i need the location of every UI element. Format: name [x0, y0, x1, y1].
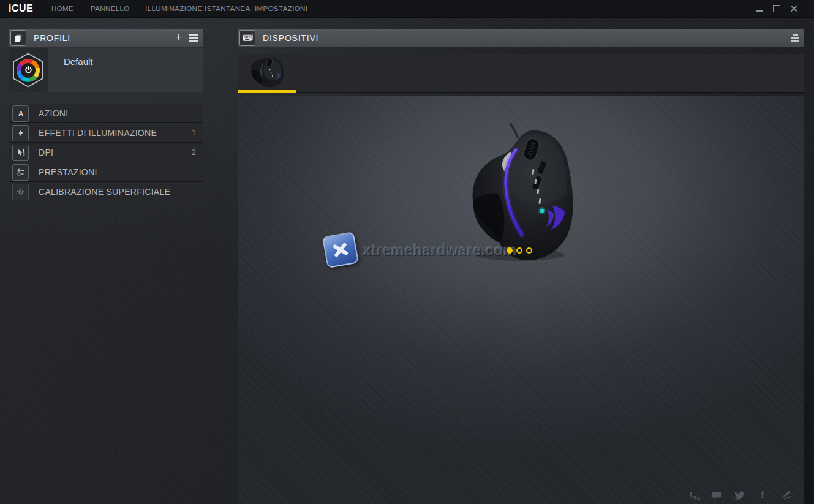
phone-24-label: 24 [695, 495, 700, 502]
facebook-icon[interactable]: f [756, 489, 769, 501]
power-icon [24, 66, 33, 75]
icue-window: iCUE HOME PANNELLO ILLUMINAZIONE ISTANTA… [0, 0, 814, 504]
dpi-cursor-icon [12, 145, 29, 161]
sidebar-item-prestazioni[interactable]: PRESTAZIONI [9, 163, 203, 182]
nav-impostazioni[interactable]: IMPOSTAZIONI [255, 5, 307, 12]
maximize-button[interactable] [769, 0, 784, 17]
profiles-icon [10, 30, 26, 46]
nav-pannello[interactable]: PANNELLO [91, 5, 130, 12]
profile-avatar [9, 48, 48, 92]
sidebar-item-azioni[interactable]: A AZIONI [9, 104, 203, 123]
performance-sliders-icon [12, 164, 29, 181]
watermark-text: xtremehardware.com [363, 241, 517, 259]
badge: 1 [192, 129, 196, 137]
carousel-dot-1-active[interactable] [507, 247, 513, 254]
image-carousel-dots [507, 247, 532, 254]
corsair-sails-icon[interactable] [780, 489, 792, 501]
keyboard-icon [239, 30, 255, 46]
device-view-options-icon[interactable] [791, 34, 799, 42]
letter-a-icon: A [12, 105, 29, 122]
icue-logo: iCUE [9, 3, 33, 14]
carousel-dot-3[interactable] [526, 247, 532, 254]
active-tab-indicator [238, 90, 296, 93]
devices-header: DISPOSITIVI [238, 29, 804, 47]
carousel-dot-2[interactable] [516, 247, 522, 254]
nav-illuminazione-istantanea[interactable]: ILLUMINAZIONE ISTANTANEA [145, 5, 250, 12]
title-bar: iCUE HOME PANNELLO ILLUMINAZIONE ISTANTA… [0, 0, 814, 18]
mouse-thumbnail [245, 55, 289, 91]
minimize-icon [756, 10, 763, 12]
xtremehardware-x-icon [322, 231, 359, 268]
close-icon [790, 5, 797, 12]
minimize-button[interactable] [752, 0, 767, 17]
footer-social-icons: 24 f [687, 489, 792, 501]
sidebar-item-calibrazione-superficiale[interactable]: CALIBRAZIONE SUPERFICIALE [9, 182, 203, 201]
svg-text:A: A [18, 110, 23, 117]
profiles-header: PROFILI + [9, 29, 203, 47]
add-profile-button[interactable]: + [175, 31, 182, 43]
profile-item-default[interactable]: Default [9, 48, 203, 92]
profiles-title: PROFILI [34, 33, 70, 43]
phone-support-24-icon[interactable]: 24 [687, 489, 699, 501]
sidebar-item-dpi[interactable]: DPI 2 [9, 143, 203, 162]
nav-home[interactable]: HOME [51, 5, 73, 12]
watermark: xtremehardware.com [325, 234, 517, 266]
badge: 2 [192, 148, 196, 157]
chat-icon[interactable] [710, 489, 722, 501]
twitter-icon[interactable] [733, 489, 745, 501]
device-tab-strip [238, 54, 804, 93]
icue-profile-hex-icon [13, 53, 43, 88]
maximize-icon [773, 5, 780, 12]
sidebar-item-effetti-di-illuminazione[interactable]: EFFETTI DI ILLUMINAZIONE 1 [9, 124, 203, 143]
surface-calibration-target-icon [12, 184, 29, 200]
device-tab-mouse[interactable] [238, 54, 296, 92]
lightning-icon [12, 125, 29, 141]
devices-title: DISPOSITIVI [263, 33, 318, 43]
close-button[interactable] [786, 0, 801, 17]
profiles-menu-icon[interactable] [189, 34, 198, 42]
profile-name: Default [64, 56, 93, 67]
